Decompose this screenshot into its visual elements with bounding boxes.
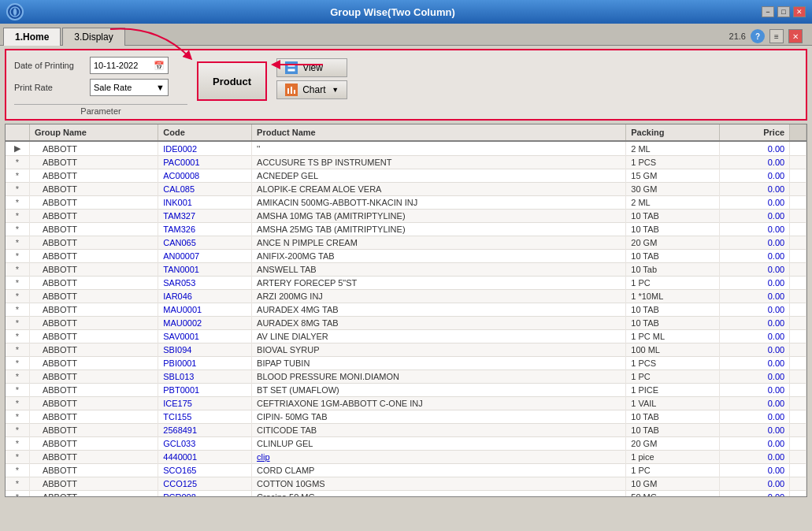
row-scroll-spacer bbox=[790, 343, 806, 357]
table-row[interactable]: *ABBOTTTAM327AMSHA 10MG TAB (AMITRIPTYLI… bbox=[6, 210, 806, 223]
row-code: SCO165 bbox=[158, 464, 252, 477]
row-packing: 1 PICE bbox=[626, 384, 720, 397]
row-indicator: * bbox=[6, 210, 29, 223]
row-scroll-spacer bbox=[790, 464, 806, 477]
dropdown-icon: ▼ bbox=[156, 83, 165, 92]
row-code: CCO125 bbox=[158, 477, 252, 491]
table-row[interactable]: *ABBOTTIAR046ARZI 200MG INJ1 *10ML0.00 bbox=[6, 290, 806, 303]
help-icon[interactable]: ? bbox=[751, 29, 765, 43]
row-packing: 1 pice bbox=[626, 451, 720, 464]
table-row[interactable]: *ABBOTTINK001AMIKACIN 500MG-ABBOTT-NKACI… bbox=[6, 196, 806, 210]
tab-home[interactable]: 1.Home bbox=[3, 28, 61, 46]
table-row[interactable]: *ABBOTT2568491CITICODE TAB10 TAB0.00 bbox=[6, 424, 806, 437]
date-printing-input[interactable]: 10-11-2022 📅 bbox=[90, 57, 169, 74]
row-scroll-spacer bbox=[790, 491, 806, 498]
row-price: 0.00 bbox=[720, 277, 790, 290]
table-row[interactable]: *ABBOTTSCO165CORD CLAMP1 PC0.00 bbox=[6, 464, 806, 477]
row-group-name: ABBOTT bbox=[29, 250, 158, 263]
data-table-container[interactable]: Group Name Code Product Name Packing Pri… bbox=[5, 124, 807, 497]
row-code: TCI155 bbox=[158, 410, 252, 424]
row-price: 0.00 bbox=[720, 330, 790, 343]
print-rate-select[interactable]: Sale Rate ▼ bbox=[90, 79, 169, 96]
table-row[interactable]: *ABBOTTSBI094BIOVAL SYRUP100 ML0.00 bbox=[6, 343, 806, 357]
row-indicator: * bbox=[6, 290, 29, 303]
row-price: 0.00 bbox=[720, 410, 790, 424]
table-row[interactable]: *ABBOTTPAC0001ACCUSURE TS BP INSTRUMENT1… bbox=[6, 156, 806, 169]
row-group-name: ABBOTT bbox=[29, 303, 158, 317]
tab-display[interactable]: 3.Display bbox=[62, 28, 124, 46]
row-group-name: ABBOTT bbox=[29, 397, 158, 410]
table-row[interactable]: *ABBOTTAC00008ACNEDEP GEL15 GM0.00 bbox=[6, 169, 806, 183]
row-code: ICE175 bbox=[158, 397, 252, 410]
row-price: 0.00 bbox=[720, 290, 790, 303]
row-price: 0.00 bbox=[720, 491, 790, 498]
row-scroll-spacer bbox=[790, 141, 806, 156]
row-group-name: ABBOTT bbox=[29, 424, 158, 437]
table-row[interactable]: *ABBOTTGCL033CLINLUP GEL20 GM0.00 bbox=[6, 437, 806, 451]
row-code: SBI094 bbox=[158, 343, 252, 357]
view-icon bbox=[285, 61, 298, 74]
row-group-name: ABBOTT bbox=[29, 290, 158, 303]
table-row[interactable]: *ABBOTTCAL085ALOPIK-E CREAM ALOE VERA30 … bbox=[6, 183, 806, 196]
table-row[interactable]: *ABBOTTTAM326AMSHA 25MG TAB (AMITRIPTYLI… bbox=[6, 223, 806, 236]
row-product-name: CORD CLAMP bbox=[252, 464, 626, 477]
product-button[interactable]: Product bbox=[197, 61, 267, 101]
app-logo bbox=[6, 3, 24, 20]
chart-button[interactable]: Chart ▼ bbox=[276, 80, 347, 99]
row-price: 0.00 bbox=[720, 196, 790, 210]
table-row[interactable]: *ABBOTTPBT0001BT SET (UMAFLOW)1 PICE0.00 bbox=[6, 384, 806, 397]
row-code: MAU0002 bbox=[158, 317, 252, 330]
row-scroll-spacer bbox=[790, 357, 806, 370]
row-scroll-spacer bbox=[790, 210, 806, 223]
row-group-name: ABBOTT bbox=[29, 330, 158, 343]
row-packing: 10 TAB bbox=[626, 210, 720, 223]
row-scroll-spacer bbox=[790, 263, 806, 277]
row-code: TAM327 bbox=[158, 210, 252, 223]
row-price: 0.00 bbox=[720, 183, 790, 196]
col-product-name: Product Name bbox=[252, 124, 626, 141]
row-scroll-spacer bbox=[790, 250, 806, 263]
table-row[interactable]: *ABBOTTTAN0001ANSWELL TAB10 Tab0.00 bbox=[6, 263, 806, 277]
tab-bar: 1.Home 3.Display 21.6 ? ≡ ✕ bbox=[0, 24, 812, 46]
row-code: AC00008 bbox=[158, 169, 252, 183]
table-row[interactable]: *ABBOTTAN00007ANIFIX-200MG TAB10 TAB0.00 bbox=[6, 250, 806, 263]
parameter-label: Parameter bbox=[14, 104, 187, 116]
row-indicator: * bbox=[6, 437, 29, 451]
table-row[interactable]: *ABBOTTICE175CEFTRIAXONE 1GM-ABBOTT C-ON… bbox=[6, 397, 806, 410]
row-code: 2568491 bbox=[158, 424, 252, 437]
table-row[interactable]: *ABBOTTSAR053ARTERY FORECEP 5"ST1 PC0.00 bbox=[6, 277, 806, 290]
window-controls[interactable]: − □ ✕ bbox=[762, 6, 806, 17]
table-row[interactable]: *ABBOTTCCO125COTTON 10GMS10 GM0.00 bbox=[6, 477, 806, 491]
row-price: 0.00 bbox=[720, 317, 790, 330]
table-row[interactable]: *ABBOTTPCR008Crocine 50 MG50 MG0.00 bbox=[6, 491, 806, 498]
row-group-name: ABBOTT bbox=[29, 263, 158, 277]
row-product-name: BT SET (UMAFLOW) bbox=[252, 384, 626, 397]
row-group-name: ABBOTT bbox=[29, 183, 158, 196]
table-row[interactable]: *ABBOTTMAU0002AURADEX 8MG TAB10 TAB0.00 bbox=[6, 317, 806, 330]
table-row[interactable]: ▶ABBOTTIDE0002''2 ML0.00 bbox=[6, 141, 806, 156]
table-row[interactable]: *ABBOTTPBI0001BIPAP TUBIN1 PCS0.00 bbox=[6, 357, 806, 370]
table-row[interactable]: *ABBOTTCAN065ANCE N PIMPLE CREAM20 GM0.0… bbox=[6, 236, 806, 250]
settings-icon[interactable]: ≡ bbox=[769, 29, 784, 43]
table-row[interactable]: *ABBOTTMAU0001AURADEX 4MG TAB10 TAB0.00 bbox=[6, 303, 806, 317]
row-product-name: ARTERY FORECEP 5"ST bbox=[252, 277, 626, 290]
restore-button[interactable]: □ bbox=[777, 6, 790, 17]
table-row[interactable]: *ABBOTTSBL013BLOOD PRESSURE MONI.DIAMON1… bbox=[6, 370, 806, 384]
close-button[interactable]: ✕ bbox=[793, 6, 806, 17]
row-scroll-spacer bbox=[790, 303, 806, 317]
view-button[interactable]: View bbox=[276, 58, 347, 77]
table-row[interactable]: *ABBOTT4440001clip1 pice0.00 bbox=[6, 451, 806, 464]
row-product-name: clip bbox=[252, 451, 626, 464]
row-indicator: * bbox=[6, 343, 29, 357]
row-group-name: ABBOTT bbox=[29, 370, 158, 384]
minimize-button[interactable]: − bbox=[762, 6, 774, 17]
chart-icon bbox=[285, 84, 298, 96]
calendar-icon[interactable]: 📅 bbox=[154, 61, 165, 71]
table-row[interactable]: *ABBOTTSAV0001AV LINE DIALYER1 PC ML0.00 bbox=[6, 330, 806, 343]
row-price: 0.00 bbox=[720, 141, 790, 156]
table-row[interactable]: *ABBOTTTCI155CIPIN- 50MG TAB10 TAB0.00 bbox=[6, 410, 806, 424]
row-scroll-spacer bbox=[790, 451, 806, 464]
table-body: ▶ABBOTTIDE0002''2 ML0.00*ABBOTTPAC0001AC… bbox=[6, 141, 806, 497]
row-price: 0.00 bbox=[720, 384, 790, 397]
exit-icon[interactable]: ✕ bbox=[788, 29, 803, 43]
